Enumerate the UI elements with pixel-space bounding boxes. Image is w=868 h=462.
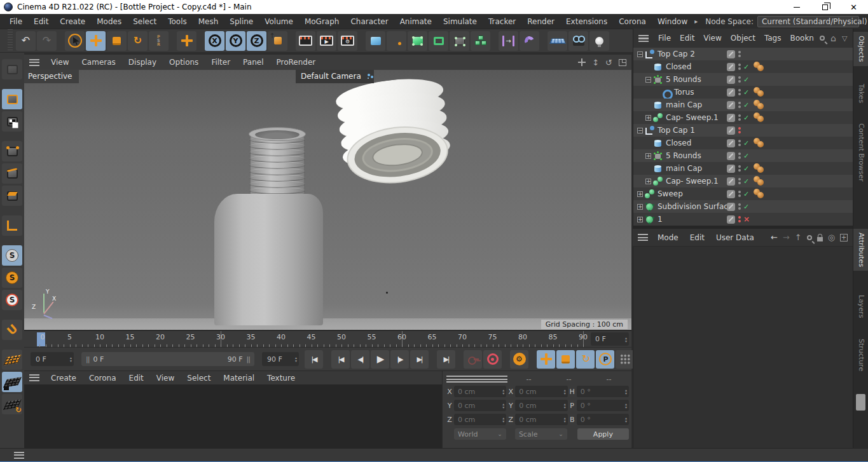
expand-toggle-icon[interactable]: + <box>637 217 643 222</box>
material-tag-icons[interactable] <box>754 163 766 173</box>
tree-row-main-cap[interactable]: main Cap✓ <box>633 162 853 175</box>
layer-icon[interactable] <box>727 50 735 58</box>
disabled-cross-icon[interactable]: × <box>743 215 752 224</box>
layer-icon[interactable] <box>727 165 735 173</box>
add-panel-icon[interactable]: + <box>840 234 848 241</box>
menu-window[interactable]: Window <box>652 16 693 27</box>
visibility-dots-icon[interactable] <box>738 153 741 159</box>
attribute-menu-icon[interactable] <box>638 234 648 241</box>
position-field-x[interactable]: 0 cm▴▾ <box>454 386 506 397</box>
menu-mesh[interactable]: Mesh <box>193 16 224 27</box>
add-light-button[interactable] <box>589 31 609 51</box>
material-tag-icons[interactable] <box>754 138 766 148</box>
back-icon[interactable]: ← <box>771 233 778 242</box>
tab-structure[interactable]: Structure <box>853 335 868 375</box>
expand-toggle-icon[interactable]: + <box>637 191 643 197</box>
material-list-area[interactable] <box>24 384 442 448</box>
tree-row-main-cap[interactable]: main Cap✓ <box>633 99 853 111</box>
play-forward-button[interactable]: ▶ <box>371 350 389 369</box>
material-tag-icons[interactable] <box>754 112 766 123</box>
camera-label[interactable]: Default Camera <box>296 70 374 83</box>
render-to-picture-viewer-button[interactable]: ▶ <box>317 31 336 51</box>
position-field-y[interactable]: 0 cm▴▾ <box>454 400 506 411</box>
add-cube-object-button[interactable] <box>366 31 385 51</box>
previous-frame-button[interactable]: ◀| <box>351 350 369 369</box>
add-extrude-generator-button[interactable] <box>429 31 448 51</box>
up-icon[interactable]: ↑ <box>795 233 802 242</box>
menu-character[interactable]: Character <box>345 16 394 27</box>
add-measure-button[interactable]: → <box>499 31 518 51</box>
render-view-button[interactable] <box>296 31 315 51</box>
visibility-dots-icon[interactable] <box>738 76 741 83</box>
viewport-menu-filter[interactable]: Filter <box>205 57 237 68</box>
layer-icon[interactable] <box>727 139 735 147</box>
rotate-button[interactable]: ↻ <box>128 31 148 51</box>
close-button[interactable]: ✕ <box>839 0 868 14</box>
add-floor-object-button[interactable] <box>548 31 567 51</box>
rotation-field-p[interactable]: 0 °▴▾ <box>577 400 629 411</box>
panel-grip[interactable] <box>856 394 865 411</box>
tree-row-torus[interactable]: Torus✓ <box>633 86 853 99</box>
enabled-check-icon[interactable]: ✓ <box>743 165 752 173</box>
position-field-z[interactable]: 0 cm▴▾ <box>454 414 506 425</box>
expand-toggle-icon[interactable]: + <box>645 179 651 184</box>
keying-settings-button[interactable]: ⚙ <box>510 350 528 369</box>
menu-modes[interactable]: Modes <box>91 16 127 27</box>
material-menu-texture[interactable]: Texture <box>261 372 301 384</box>
visibility-dots-icon[interactable] <box>738 64 741 70</box>
make-editable-button[interactable] <box>2 59 22 79</box>
tree-row-top-cap-2[interactable]: −Top Cap 2 <box>633 48 853 60</box>
current-frame-field[interactable]: 0 F ▴▾ <box>591 332 629 346</box>
enabled-check-icon[interactable]: ✓ <box>743 88 752 97</box>
visibility-dots-icon[interactable] <box>738 114 741 121</box>
lock-z-axis-button[interactable]: Z <box>247 31 266 51</box>
spinner-arrows-icon[interactable]: ▴▾ <box>564 388 568 395</box>
coordinate-space-dropdown[interactable]: World⌄ <box>454 428 506 440</box>
toggle-panel-icon[interactable] <box>619 59 626 66</box>
visibility-dots-icon[interactable] <box>738 102 741 108</box>
material-tag-icons[interactable] <box>754 87 766 97</box>
menu-volume[interactable]: Volume <box>259 16 299 27</box>
layer-icon[interactable] <box>727 203 735 211</box>
add-cage-deformer-button[interactable] <box>450 31 469 51</box>
layer-icon[interactable] <box>727 152 735 160</box>
lock-y-axis-button[interactable]: Y <box>226 31 245 51</box>
coordinate-system-button[interactable] <box>268 31 287 51</box>
visibility-dots-icon[interactable] <box>738 191 741 197</box>
tree-row-sweep[interactable]: +Sweep✓ <box>633 187 853 200</box>
material-menu-corona[interactable]: Corona <box>83 372 123 384</box>
goto-start-button[interactable]: |◀ <box>305 350 323 369</box>
visibility-dots-icon[interactable] <box>738 203 741 210</box>
tree-row-closed[interactable]: Closed✓ <box>633 60 853 73</box>
zoom-view-icon[interactable]: ↕ <box>592 58 599 67</box>
axis-modification-button[interactable] <box>177 31 196 51</box>
edit-render-settings-button[interactable]: ⚙ <box>338 31 357 51</box>
material-menu-edit[interactable]: Edit <box>123 372 150 384</box>
attribute-menu-user-data[interactable]: User Data <box>710 232 760 243</box>
material-menu-icon[interactable] <box>29 374 39 381</box>
tab-takes[interactable]: Takes <box>853 80 868 107</box>
autokeying-button[interactable] <box>483 350 502 369</box>
magnet-tool-button[interactable]: U <box>2 320 22 340</box>
goto-previous-key-button[interactable]: |◀ <box>331 350 350 369</box>
menu-extensions[interactable]: Extensions <box>560 16 613 27</box>
range-handle-left[interactable]: || <box>86 355 89 363</box>
add-array-object-button[interactable] <box>471 31 490 51</box>
bottle-rim[interactable] <box>249 127 306 141</box>
tab-layers[interactable]: Layers <box>853 291 868 322</box>
restore-button[interactable] <box>811 0 839 14</box>
timeline-ruler[interactable]: 051015202530354045505560657075808590 0 F… <box>24 330 631 347</box>
attribute-menu-mode[interactable]: Mode <box>652 232 684 243</box>
tree-row-subdivision-surface[interactable]: +Subdivision Surface✓ <box>633 200 853 213</box>
tab-attributes[interactable]: Attributes <box>853 229 868 271</box>
expand-toggle-icon[interactable]: + <box>637 204 643 210</box>
visibility-dots-icon[interactable] <box>738 178 741 184</box>
enabled-check-icon[interactable]: ✓ <box>743 63 752 71</box>
edge-mode-button[interactable] <box>2 163 22 184</box>
object-manager-menu-icon[interactable] <box>638 35 649 42</box>
record-position-button[interactable] <box>537 350 555 369</box>
snap-3d-button[interactable]: S <box>2 290 22 310</box>
spinner-arrows-icon[interactable]: ▴▾ <box>625 402 629 409</box>
viewport-menu-options[interactable]: Options <box>163 57 205 68</box>
workplane-button[interactable] <box>2 350 22 370</box>
